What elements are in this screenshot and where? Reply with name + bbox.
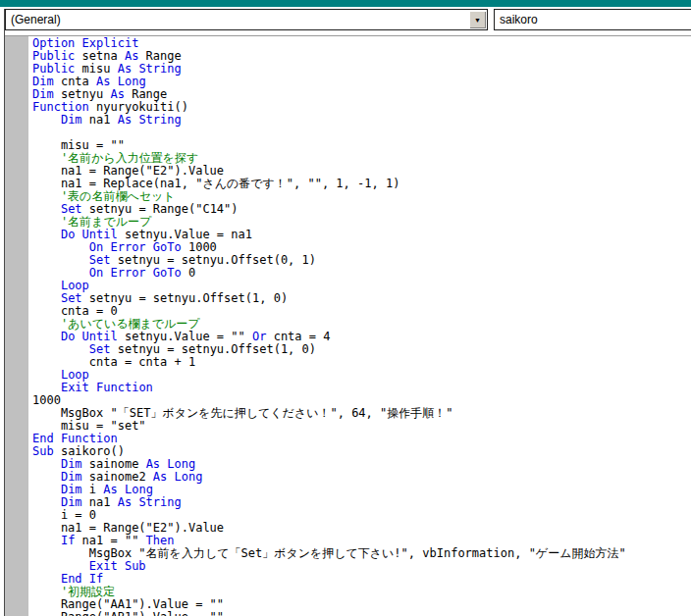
procedure-dropdown[interactable]: saikoro: [494, 9, 691, 30]
keyword-text: As String: [118, 495, 182, 509]
keyword-text: Dim: [32, 87, 54, 101]
comment-text: 'あいている欄までループ: [32, 317, 200, 331]
code-text: cnta = 4: [266, 330, 330, 343]
code-line: misu = "set": [32, 420, 691, 433]
keyword-text: As: [110, 87, 124, 101]
code-text: [32, 279, 61, 292]
keyword-text: Dim: [61, 483, 82, 496]
code-text: na1 = Range("E2").Value: [32, 164, 224, 178]
chevron-down-icon[interactable]: ▼: [469, 11, 486, 28]
code-text: 0: [182, 266, 195, 280]
code-line: Set setnyu = setnyu.Offset(1, 0): [32, 292, 691, 305]
code-text: [32, 534, 61, 547]
code-text: MsgBox "名前を入力して「Set」ボタンを押して下さい!", vbInfo…: [32, 546, 626, 560]
keyword-text: Sub: [32, 444, 54, 458]
margin-indicator-bar[interactable]: [5, 36, 28, 616]
code-text: [32, 291, 61, 305]
code-text: setnyu.Value = "": [118, 330, 252, 343]
code-text: i: [82, 483, 104, 496]
comment-text: '初期設定: [32, 585, 115, 598]
keyword-text: Public: [32, 49, 75, 63]
code-text: Range: [138, 49, 181, 63]
keyword-text: On Error GoTo: [89, 266, 182, 280]
code-text: [32, 495, 61, 509]
code-text: [32, 240, 89, 254]
code-text: [32, 253, 89, 267]
keyword-text: Exit Sub: [89, 559, 146, 573]
keyword-text: As Long: [153, 470, 203, 484]
keyword-text: Dim: [61, 495, 82, 509]
comment-text: '名前から入力位置を探す: [32, 151, 198, 165]
keyword-text: Function: [32, 100, 89, 114]
keyword-text: Public: [32, 62, 75, 76]
code-text: misu: [75, 62, 117, 76]
code-text: cnta: [54, 75, 96, 88]
code-text: Range("AB1").Value = "": [32, 610, 224, 616]
code-text: setnyu = setnyu.Offset(1, 0): [110, 342, 316, 356]
keyword-text: Dim: [61, 457, 82, 471]
code-lines: Option ExplicitPublic setna As RangePubl…: [32, 37, 691, 616]
code-text: setnyu = Range("C14"): [82, 202, 239, 216]
comment-text: '名前までループ: [32, 215, 151, 229]
code-text: [32, 113, 61, 127]
code-text: [32, 470, 61, 484]
object-dropdown[interactable]: (General) ▼: [5, 9, 488, 30]
keyword-text: Option Explicit: [32, 36, 138, 50]
code-text: [32, 572, 61, 586]
code-text: MsgBox "「SET」ボタンを先に押してください！", 64, "操作手順！…: [32, 406, 452, 420]
code-text: [32, 457, 61, 471]
keyword-text: Dim: [61, 113, 82, 127]
keyword-text: Dim: [32, 75, 54, 88]
keyword-text: Do Until: [61, 228, 118, 241]
keyword-text: Exit Function: [61, 381, 153, 394]
comment-text: '表の名前欄へセット: [32, 189, 176, 203]
code-line: cnta = cnta + 1: [32, 356, 691, 369]
code-text: [32, 483, 61, 496]
code-text: [32, 381, 61, 394]
object-dropdown-value: (General): [11, 13, 61, 26]
keyword-text: Set: [61, 291, 82, 305]
keyword-text: Set: [89, 253, 111, 267]
keyword-text: End If: [61, 572, 103, 586]
code-text: na1: [82, 495, 118, 509]
keyword-text: Do Until: [61, 330, 118, 343]
code-line: Exit Sub: [32, 560, 691, 573]
code-editor[interactable]: Option ExplicitPublic setna As RangePubl…: [28, 36, 691, 616]
keyword-text: If: [61, 534, 75, 547]
code-text: na1: [82, 113, 118, 127]
code-text: 1000: [182, 240, 217, 254]
code-text: na1 = Replace(na1, "さんの番です！", "", 1, -1,…: [32, 177, 399, 190]
code-text: misu = "": [32, 138, 125, 152]
code-line: On Error GoTo 0: [32, 267, 691, 280]
keyword-text: Loop: [61, 368, 89, 382]
keyword-text: Or: [252, 330, 266, 343]
code-text: [32, 228, 61, 241]
keyword-text: Set: [61, 202, 82, 216]
window-top-edge: [0, 0, 691, 7]
code-line: Range("AB1").Value = "": [32, 611, 691, 616]
code-text: na1 = Range("E2").Value: [32, 521, 224, 535]
keyword-text: Loop: [61, 279, 89, 292]
code-text: Range: [125, 87, 167, 101]
keyword-text: As Long: [96, 75, 146, 88]
keyword-text: As Long: [146, 457, 196, 471]
code-line: Exit Function: [32, 382, 691, 394]
keyword-text: Then: [146, 534, 175, 547]
keyword-text: As String: [118, 62, 182, 76]
code-line: End If: [32, 573, 691, 586]
code-text: misu = "set": [32, 419, 146, 433]
code-text: setnyu: [54, 87, 111, 101]
code-text: [32, 330, 61, 343]
code-text: cnta = 0: [32, 304, 118, 318]
keyword-text: As Long: [103, 483, 153, 496]
code-text: [32, 368, 61, 382]
code-text: saikoro(): [54, 444, 125, 458]
code-text: nyuryokuiti(): [89, 100, 188, 114]
code-text: Range("AA1").Value = "": [32, 597, 224, 611]
code-line: End Function: [32, 433, 691, 445]
code-text: sainome: [82, 457, 146, 471]
code-text: [32, 266, 89, 280]
code-text: na1 = "": [75, 534, 145, 547]
code-text: [32, 559, 89, 573]
code-text: sainome2: [82, 470, 153, 484]
